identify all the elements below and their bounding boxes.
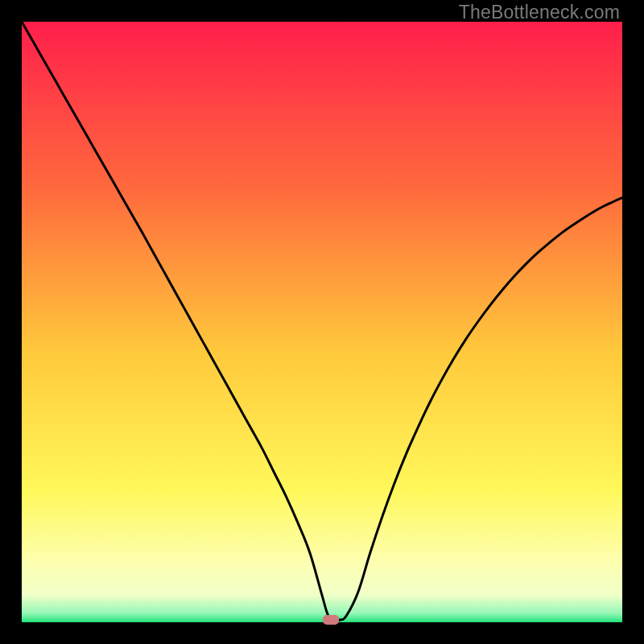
chart-background [22,22,622,622]
chart-frame [22,22,622,622]
watermark-text: TheBottleneck.com [459,2,620,23]
bottleneck-chart [22,22,622,622]
optimal-point-marker [323,615,339,625]
